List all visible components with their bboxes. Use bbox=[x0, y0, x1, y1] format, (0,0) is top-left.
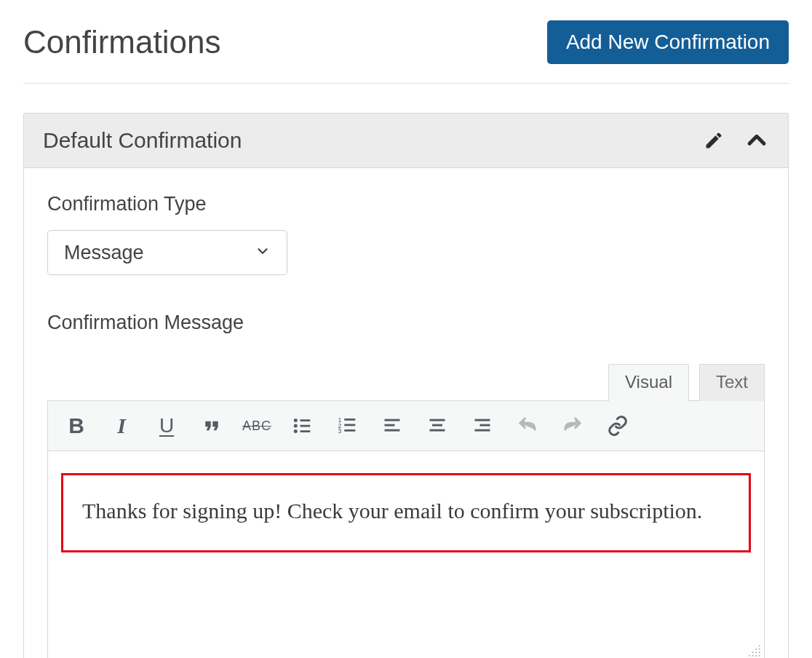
numbered-list-button[interactable]: 123 bbox=[325, 407, 370, 445]
page-header: Confirmations Add New Confirmation bbox=[23, 20, 789, 84]
editor-toolbar: B I U ABC 123 bbox=[47, 400, 765, 451]
bold-button[interactable]: B bbox=[54, 407, 99, 445]
italic-button[interactable]: I bbox=[99, 407, 144, 445]
svg-rect-5 bbox=[300, 430, 311, 432]
strikethrough-button[interactable]: ABC bbox=[234, 407, 279, 445]
svg-point-1 bbox=[294, 424, 298, 428]
svg-point-2 bbox=[294, 429, 298, 433]
undo-button[interactable] bbox=[505, 407, 550, 445]
blockquote-button[interactable] bbox=[189, 407, 234, 445]
confirmation-type-label: Confirmation Type bbox=[47, 193, 765, 215]
svg-point-21 bbox=[759, 645, 760, 646]
svg-point-0 bbox=[294, 419, 298, 422]
confirmation-message-text[interactable]: Thanks for signing up! Check your email … bbox=[61, 473, 751, 552]
confirmation-message-label: Confirmation Message bbox=[47, 312, 765, 334]
svg-point-29 bbox=[752, 655, 754, 657]
svg-point-22 bbox=[759, 649, 760, 650]
panel-header: Default Confirmation bbox=[24, 114, 788, 168]
confirmation-type-value: Message bbox=[64, 242, 255, 264]
redo-button[interactable] bbox=[550, 407, 595, 445]
page-title: Confirmations bbox=[23, 24, 220, 60]
svg-rect-15 bbox=[430, 419, 445, 421]
svg-rect-17 bbox=[430, 429, 445, 432]
chevron-down-icon bbox=[255, 243, 271, 262]
svg-point-28 bbox=[755, 655, 757, 657]
collapse-icon[interactable] bbox=[744, 128, 769, 153]
svg-point-26 bbox=[752, 651, 754, 653]
svg-point-27 bbox=[759, 655, 760, 657]
confirmation-panel: Default Confirmation Confirmation Type M… bbox=[23, 113, 789, 658]
resize-handle-icon[interactable] bbox=[748, 644, 761, 658]
panel-title: Default Confirmation bbox=[43, 128, 242, 153]
svg-rect-13 bbox=[385, 424, 395, 427]
svg-text:3: 3 bbox=[338, 427, 342, 435]
bullet-list-button[interactable] bbox=[279, 407, 325, 445]
svg-point-25 bbox=[755, 651, 757, 653]
svg-rect-14 bbox=[385, 429, 400, 432]
tab-visual[interactable]: Visual bbox=[608, 364, 689, 401]
editor-content-area[interactable]: Thanks for signing up! Check your email … bbox=[47, 451, 765, 658]
svg-rect-3 bbox=[300, 419, 311, 421]
svg-rect-10 bbox=[344, 424, 355, 427]
edit-icon[interactable] bbox=[704, 130, 724, 151]
svg-point-30 bbox=[749, 655, 750, 657]
align-center-button[interactable] bbox=[415, 407, 460, 445]
svg-rect-12 bbox=[385, 419, 400, 421]
svg-point-24 bbox=[759, 651, 760, 653]
add-new-confirmation-button[interactable]: Add New Confirmation bbox=[547, 20, 789, 64]
editor-tabs: Visual Text bbox=[47, 363, 765, 400]
align-left-button[interactable] bbox=[370, 407, 415, 445]
svg-rect-4 bbox=[300, 425, 311, 427]
confirmation-type-select[interactable]: Message bbox=[47, 230, 287, 275]
tab-text[interactable]: Text bbox=[699, 364, 765, 401]
align-right-button[interactable] bbox=[460, 407, 505, 445]
svg-rect-19 bbox=[480, 424, 490, 427]
svg-rect-20 bbox=[475, 429, 490, 432]
svg-rect-11 bbox=[344, 429, 355, 432]
svg-rect-16 bbox=[432, 424, 442, 427]
rich-text-editor: Visual Text B I U ABC 123 bbox=[47, 363, 765, 658]
svg-rect-9 bbox=[344, 419, 355, 421]
underline-button[interactable]: U bbox=[144, 407, 189, 445]
panel-body: Confirmation Type Message Confirmation M… bbox=[24, 168, 788, 658]
svg-point-23 bbox=[755, 649, 757, 650]
svg-rect-18 bbox=[475, 419, 490, 421]
link-button[interactable] bbox=[595, 407, 640, 445]
